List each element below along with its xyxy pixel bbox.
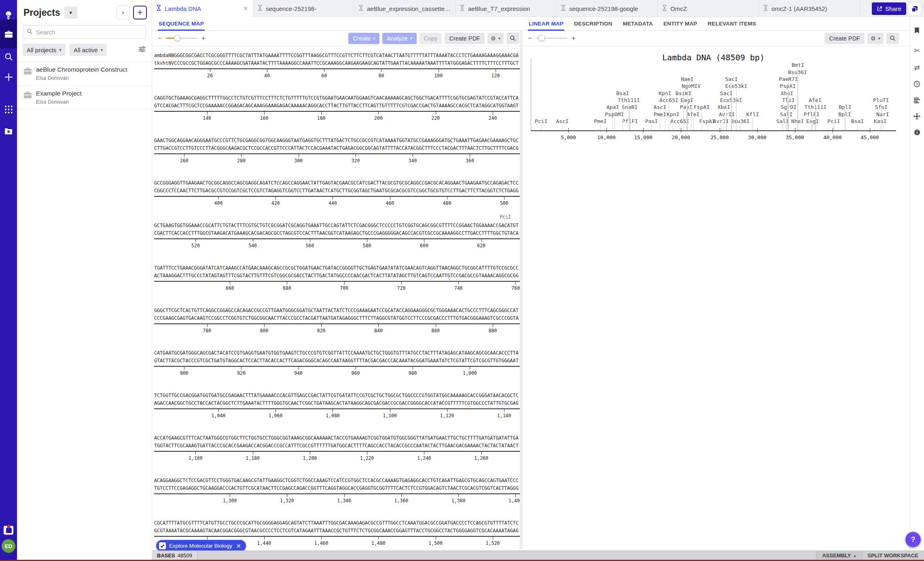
zoom-slider[interactable] — [166, 38, 197, 39]
bottom-strand[interactable]: CGACTTCACCACCTTTGGCGTAAGACATGAAAGCACGACA… — [154, 230, 520, 237]
enzyme-label[interactable]: PasI — [680, 104, 692, 110]
analyze-button[interactable]: Analyze▾ — [382, 33, 417, 44]
bottom-strand[interactable]: AGACCAACGGCTGCCTACCACTACGGCTCTTGAAATACTT… — [154, 400, 520, 407]
top-strand[interactable]: TCTGGTTGCCGACGGATGGTGATGCCGAGAACTTTATGAA… — [154, 392, 520, 400]
sequence-row[interactable]: CATGAATGCGATGGGCAGCGACTACATCCGTGAGGTGAAT… — [154, 349, 520, 392]
top-strand[interactable]: TGATTTCCTGAAACGGGATATCATCAAAGCCATGAACAAA… — [154, 264, 520, 272]
tab-linear-map[interactable]: LINEAR MAP — [528, 21, 564, 30]
sequence-row[interactable]: GGGCTTCGCTCACTGTTCAGGCCGGAGCCACAGACCGCCG… — [154, 307, 520, 349]
map-search-button[interactable] — [886, 33, 899, 44]
zoom-out-icon[interactable]: − — [526, 34, 534, 42]
sequence-row[interactable]: GCCGGGAGGTTGAAGAACTGCGGCAGGCCAGCGAGGCAGA… — [154, 179, 520, 222]
sequence-row[interactable]: TGATTTCCTGAAACGGGATATCATCAAAGCCATGAACAAA… — [154, 264, 520, 307]
projects-dropdown-button[interactable]: ▾ — [64, 6, 77, 19]
top-strand[interactable]: ambdaNBGGGCGGCGACCTCGCGGGTTTTCGCTATTTATG… — [154, 52, 520, 60]
swap-icon[interactable]: ⇄ — [910, 61, 924, 74]
enzyme-label[interactable]: Bsu36I — [788, 69, 807, 75]
enzyme-label[interactable]: EagI — [806, 118, 819, 124]
enzyme-label[interactable]: NaeI — [681, 76, 693, 82]
filter-all-projects[interactable]: All projects▾ — [23, 44, 66, 56]
enzyme-label[interactable]: BmtI — [792, 62, 804, 68]
top-strand[interactable]: CATGAATGCGATGGGCAGCGACTACATCCGTGAGGTGAAT… — [154, 349, 520, 357]
share-button[interactable]: Share — [872, 2, 906, 15]
enzyme-label[interactable]: AscI — [653, 104, 666, 110]
help-button[interactable]: ? — [905, 532, 921, 547]
enzyme-label[interactable]: PmeI — [594, 118, 606, 124]
linear-map-canvas[interactable]: Lambda DNA (48509 bp) PciIAscIPmeIPflFIP… — [522, 46, 909, 549]
top-strand[interactable]: ACCATGAAGCGTTTCACTAATGGGCGTGGCTTCTGGTGCC… — [154, 434, 520, 442]
top-strand[interactable]: GCCGGGAGGTTGAAGAACTGCGGCAGGCCAGCGAGGCAGA… — [154, 179, 520, 187]
tasks-notifications-icon[interactable] — [0, 519, 17, 542]
create-button[interactable]: Create▾ — [348, 33, 379, 44]
settings-gear-button[interactable]: ⚙ ▾ — [487, 33, 504, 44]
enzyme-label[interactable]: PluTI — [873, 97, 889, 103]
enzyme-label[interactable]: AfeI — [687, 111, 699, 117]
sequence-row[interactable]: GAACTGGCAGGAACAGGGAATGCCCGTTCTGCGAGGCGGT… — [154, 137, 520, 179]
bottom-strand[interactable]: tkvhtNVCCCGCCGCTGGAGCGCCCAAAAGCGATAAATAC… — [154, 60, 520, 67]
zoom-out-icon[interactable]: − — [156, 34, 163, 42]
split-workspace-button[interactable]: SPLIT WORKSPACE — [862, 551, 924, 560]
enzyme-label[interactable]: BplI — [839, 104, 851, 110]
enzyme-label[interactable]: KasI — [874, 118, 886, 124]
enzyme-label[interactable]: SnaBI — [622, 104, 638, 110]
enzyme-label[interactable]: KflI — [746, 111, 759, 117]
bottom-strand[interactable]: TGGTACTTCGCAAAGTGATTACCCGCACCGAAGACCACGG… — [154, 442, 520, 450]
bottom-strand[interactable]: TGTCCTTCCGAGAGGCTGCAAGGACCCACTGTTCGCATAA… — [154, 484, 520, 492]
enzyme-label[interactable]: ApaI — [606, 104, 619, 110]
bookmark-icon[interactable] — [910, 23, 924, 37]
enzyme-label[interactable]: Eco53kI — [725, 83, 747, 89]
enzyme-label[interactable]: PasI — [645, 118, 658, 124]
map-create-pdf-button[interactable]: Create PDF — [824, 33, 865, 44]
sequence-search-button[interactable] — [507, 33, 519, 44]
tab-description[interactable]: DESCRIPTION — [573, 21, 613, 30]
assembly-tray-button[interactable]: ASSEMBLY▴ — [816, 551, 861, 560]
filter-all-active[interactable]: All active▾ — [70, 44, 107, 56]
top-strand[interactable]: GGGCTTCGCTCACTGTTCAGGCCGGAGCCACAGACCGCCG… — [154, 307, 520, 314]
enzyme-label[interactable]: PflFI — [804, 111, 820, 117]
user-avatar[interactable]: ED — [2, 539, 15, 553]
tab-sequence-map[interactable]: SEQUENCE MAP — [158, 21, 205, 30]
sequence-row[interactable]: PciIGCTGAAGTGGTGGAAACCGCATTCTGTACTTTCGTG… — [154, 222, 520, 264]
zoom-in-icon[interactable]: + — [200, 34, 207, 42]
enzyme-label[interactable]: PflFI — [622, 118, 638, 124]
collapse-panel-button[interactable]: › — [116, 6, 130, 19]
top-strand[interactable]: ACAGGAAGGCTCTCCGACGTTCCTGGGTGACAAGCGTATT… — [154, 477, 520, 484]
global-search-search-icon[interactable] — [0, 45, 17, 68]
top-strand[interactable]: GAACTGGCAGGAACAGGGAATGCCCGTTCTGCGAGGCGGT… — [154, 137, 520, 144]
enzyme-label[interactable]: AfeI — [809, 97, 821, 103]
registry-folder-media-icon[interactable] — [0, 120, 17, 142]
bottom-strand[interactable]: CCCGAAGCGAGTGACAAGTCCGGCCTCGGTGTCTGGCGGC… — [154, 314, 520, 322]
enzyme-label[interactable]: Tth111I — [618, 97, 640, 103]
enzyme-label[interactable]: KpnI — [659, 90, 671, 96]
info-icon[interactable] — [910, 125, 924, 139]
project-list-item[interactable]: Example ProjectElsa Donovan — [17, 86, 152, 110]
apps-grid-grid-icon[interactable] — [0, 98, 17, 121]
clock-icon[interactable] — [910, 77, 924, 91]
enzyme-label[interactable]: Acc65I — [659, 97, 678, 103]
global-create-plus-icon[interactable] — [0, 66, 17, 88]
tab-metadata[interactable]: METADATA — [622, 21, 653, 30]
align-icon[interactable] — [910, 93, 924, 107]
enzyme-label[interactable]: BsiWI — [676, 90, 691, 96]
enzyme-label[interactable]: PspOMI — [605, 111, 624, 117]
filter-settings-icon[interactable] — [138, 46, 146, 54]
sequence-row[interactable]: ACCATGAAGCGTTTCACTAATGGGCGTGGCTTCTGGTGCC… — [154, 434, 520, 477]
project-search-input[interactable] — [36, 29, 142, 36]
bottom-strand[interactable]: CGGCCCTCCAACTTCTTGACGCCGTCCGGTCGCTCCGTCT… — [154, 187, 520, 195]
top-strand[interactable]: CAGGTGCTGAAAGCGAGGCTTTTTGGCCTCTGTCGTTTCC… — [154, 94, 520, 102]
sequence-row[interactable]: ambdaNBGGGCGGCGACCTCGCGGGTTTTCGCTATTTATG… — [154, 52, 520, 94]
map-settings-gear-button[interactable]: ⚙ ▾ — [867, 33, 884, 44]
enzyme-label[interactable]: SacI — [725, 76, 738, 82]
tab-entity-map[interactable]: ENTITY MAP — [663, 21, 698, 30]
enzyme-label[interactable]: PaeR7I — [779, 76, 798, 82]
bottom-strand[interactable]: ACTAAAGGACTTTGCCCTATAGTAGTTTCGGTACTTGTTT… — [154, 272, 520, 280]
top-strand[interactable]: CGCATTTTATGCGTTTTCATGTTGCCTGCCCGCATTGCGG… — [154, 519, 520, 527]
enzyme-label[interactable]: BsaI — [851, 118, 864, 124]
enzyme-annotation[interactable]: PciI — [500, 214, 511, 220]
sequence-row[interactable]: ACAGGAAGGCTCTCCGACGTTCCTGGGTGACAAGCGTATT… — [154, 477, 520, 519]
enzyme-label[interactable]: SacI — [720, 90, 733, 96]
projects-nav-briefcase-icon[interactable] — [0, 19, 17, 49]
zoom-slider[interactable] — [536, 38, 568, 39]
workspace-apps-button[interactable] — [908, 2, 922, 15]
enzyme-label[interactable]: FspAI — [694, 104, 710, 110]
